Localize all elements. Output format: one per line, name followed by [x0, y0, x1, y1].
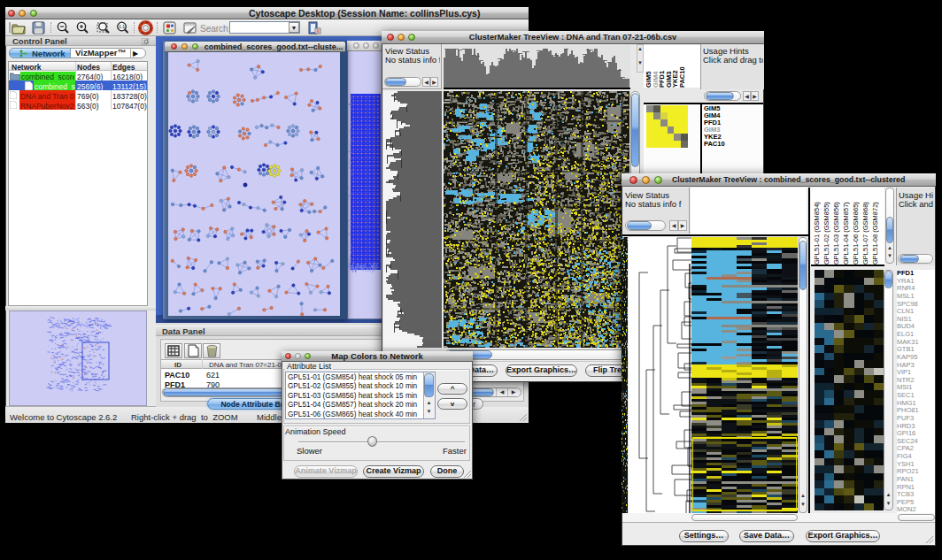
- svg-text:1:1: 1:1: [119, 24, 125, 29]
